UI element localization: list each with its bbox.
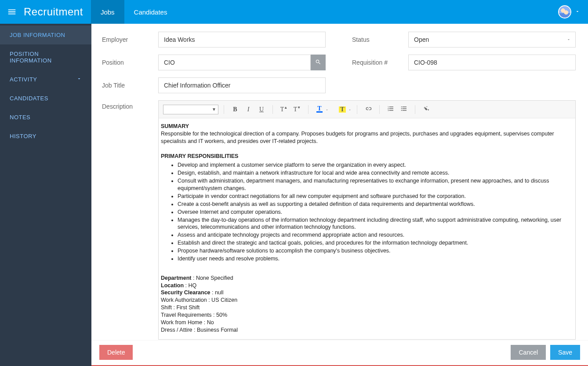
detail-line: Security Clearance : null [161,289,573,296]
chevron-down-icon [76,76,82,83]
delete-label: Delete [107,349,125,356]
position-value: CIO [164,59,175,66]
tab-candidates-label: Candidates [134,8,167,16]
content: Employer Idea Works Status Open [91,24,588,366]
list-item: Oversee Internet and computer operations… [178,209,573,216]
list-item: Create a cost-benefit analysis as well a… [178,201,573,208]
employer-value: Idea Works [164,36,195,43]
underline-icon: U [259,106,264,113]
editor-body[interactable]: SUMMARYResponsible for the technological… [159,118,575,339]
menu-icon[interactable] [0,0,24,24]
detail-line: Department : None Specified [161,274,573,282]
sidebar-item-label: CANDIDATES [10,95,48,102]
detail-line: Dress / Attire : Business Formal [161,326,573,334]
sidebar-item-activity[interactable]: ACTIVITY [0,70,91,89]
position-search-button[interactable] [311,55,326,70]
sidebar-item-position-information[interactable]: POSITION INFORMATION [0,44,91,70]
toolbar-separator [272,105,273,114]
detail-line: Work from Home : No [161,319,573,326]
sidebar-item-label: ACTIVITY [10,76,37,83]
link-button[interactable] [363,104,374,115]
job-title-label: Job Title [102,82,150,89]
ordered-list-icon [387,105,394,113]
underline-button[interactable]: U [256,104,267,115]
list-item: Establish and direct the strategic and t… [178,239,573,247]
requisition-field[interactable]: CIO-098 [408,55,576,70]
status-value: Open [414,36,429,43]
job-title-value: Chief Information Officer [164,82,230,89]
tab-candidates[interactable]: Candidates [124,0,177,24]
increase-font-icon: T▲ [280,106,287,113]
dropdown-icon: ▼ [212,107,216,112]
font-color-icon: T [316,106,322,113]
unordered-list-button[interactable] [398,104,410,115]
search-icon [315,59,321,66]
font-family-select[interactable]: ▼ [163,105,218,114]
save-button[interactable]: Save [550,345,580,360]
font-color-button[interactable]: T [314,104,325,115]
footer: Delete Cancel Save [91,340,588,365]
decrease-font-button[interactable]: T▼ [291,104,303,115]
detail-line: Location : HQ [161,282,573,289]
list-item: Develop and implement a customer service… [178,161,573,169]
sidebar-item-notes[interactable]: NOTES [0,108,91,127]
bold-icon: B [233,106,237,113]
save-label: Save [558,349,572,356]
position-field[interactable]: CIO [158,55,311,70]
increase-font-button[interactable]: T▲ [278,104,290,115]
list-item: Participate in vendor contract negotiati… [178,193,573,200]
top-tabs: Jobs Candidates [91,0,177,24]
bold-button[interactable]: B [229,104,241,115]
chevron-down-icon[interactable] [325,106,329,113]
clear-formatting-button[interactable] [421,104,432,115]
highlight-icon: T [339,106,345,113]
sidebar-item-job-information[interactable]: JOB INFORMATION [0,26,91,44]
detail-line: Shift : First Shift [161,304,573,311]
top-header: Recruitment Jobs Candidates [0,0,588,24]
decrease-font-icon: T▼ [294,106,301,113]
list-item: Assess and anticipate technology project… [178,231,573,239]
unordered-list-icon [400,105,407,113]
magic-wand-icon [423,105,430,113]
tab-jobs-label: Jobs [101,8,115,16]
status-select[interactable]: Open [408,32,576,48]
summary-heading: SUMMARY [161,123,189,129]
main: JOB INFORMATION POSITION INFORMATION ACT… [0,24,588,366]
status-label: Status [352,36,400,43]
list-item: Design, establish, and maintain a networ… [178,169,573,177]
tab-jobs[interactable]: Jobs [91,0,124,24]
sidebar-item-history[interactable]: HISTORY [0,127,91,146]
italic-icon: I [247,106,250,113]
position-label: Position [102,59,150,66]
ordered-list-button[interactable] [385,104,396,115]
form-area: Employer Idea Works Status Open [91,24,588,340]
sidebar-item-candidates[interactable]: CANDIDATES [0,89,91,108]
rich-text-editor: ▼ B I U T▲ [158,100,576,340]
requisition-label: Requisition # [352,59,400,66]
toolbar-separator [308,105,309,114]
list-item: Propose hardware/software solutions to a… [178,247,573,255]
delete-button[interactable]: Delete [99,345,133,360]
sidebar: JOB INFORMATION POSITION INFORMATION ACT… [0,24,91,366]
highlight-button[interactable]: T [337,104,348,115]
description-label: Description [102,100,150,340]
list-item: Identify user needs and resolve problems… [178,255,573,263]
requisition-value: CIO-098 [414,59,437,66]
toolbar-separator [379,105,380,114]
chevron-down-icon [566,36,571,43]
toolbar-separator [415,105,415,114]
list-item: Manages the day-to-day operations of the… [178,216,573,231]
user-menu[interactable] [558,0,588,24]
sidebar-item-label: JOB INFORMATION [10,32,65,38]
detail-line: Work Authorization : US Citizen [161,296,573,304]
responsibilities-list: Develop and implement a customer service… [178,161,573,262]
italic-button[interactable]: I [243,104,254,115]
cancel-button[interactable]: Cancel [511,345,546,360]
list-item: Consult with administration, department … [178,177,573,192]
employer-field[interactable]: Idea Works [158,32,326,48]
responsibilities-heading: PRIMARY RESPONSIBILITIES [161,153,238,159]
sidebar-item-label: NOTES [10,114,30,121]
chevron-down-icon[interactable] [348,106,352,113]
editor-toolbar: ▼ B I U T▲ [159,101,575,118]
job-title-field[interactable]: Chief Information Officer [158,77,326,93]
